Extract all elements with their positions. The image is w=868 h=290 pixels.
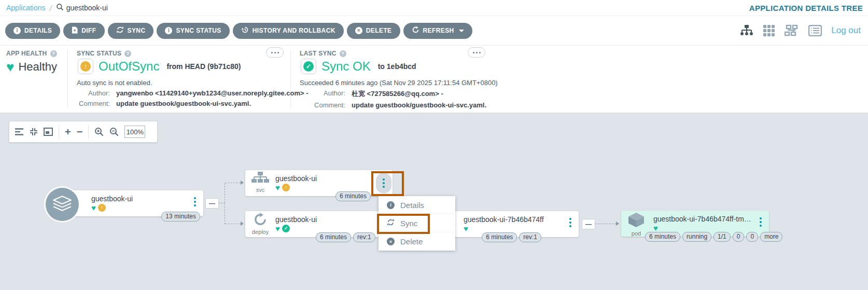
sync-status-text[interactable]: OutOfSync	[99, 59, 159, 74]
edge	[225, 183, 225, 224]
last-sync-text[interactable]: Sync OK	[321, 59, 371, 74]
service-icon	[251, 172, 269, 186]
deploy-kind: deploy	[245, 213, 275, 235]
healthy-heart-icon: ♥	[91, 204, 96, 212]
last-sync-value: ✓ Sync OK to 1eb4bcd	[301, 59, 416, 74]
node-title: guestbook-ui-7b46b474ff	[464, 215, 544, 224]
history-rollback-button[interactable]: HISTORY AND ROLLBACK	[233, 23, 344, 39]
help-icon[interactable]: ?	[124, 50, 131, 57]
healthy-heart-icon: ♥	[275, 225, 280, 232]
edge	[225, 224, 241, 224]
delete-button[interactable]: × DELETE	[347, 23, 400, 39]
collapse-toggle[interactable]: —	[582, 219, 595, 229]
pod-node-menu-button[interactable]	[760, 217, 762, 227]
details-button[interactable]: i DETAILS	[5, 23, 60, 39]
sync-comment: update guestbook/guestbook-ui-svc.yaml.	[116, 100, 308, 107]
last-sync-menu-button[interactable]	[468, 47, 485, 58]
deploy-node[interactable]: deploy guestbook-ui ♥ ✓ 6 minutes rev:1	[245, 211, 393, 237]
refresh-button[interactable]: REFRESH	[403, 23, 472, 39]
node-badges: 13 minutes	[161, 212, 200, 222]
node-status-icons: ♥	[464, 225, 468, 232]
divider	[67, 50, 68, 108]
svc-node-menu-button[interactable]	[376, 173, 391, 194]
last-sync-commit-meta: Author: 杜宽 <727585266@qq.com> - Comment:…	[300, 89, 486, 109]
sync-status-value: ↑ OutOfSync from HEAD (9b71c80)	[78, 59, 241, 74]
phase-badge: running	[682, 232, 711, 242]
app-health-value: ♥ Healthy	[6, 60, 57, 74]
sync-status-button[interactable]: i SYNC STATUS	[157, 23, 229, 39]
application-node[interactable]: guestbook-ui ♥ ↑ 13 minutes	[61, 190, 203, 216]
last-sync-label: LAST SYNC ?	[300, 50, 346, 57]
list-view-button[interactable]	[808, 25, 822, 36]
zoom-out-button[interactable]: −	[77, 127, 83, 137]
sync-status-label: SYNC STATUS ?	[77, 50, 131, 57]
help-icon[interactable]: ?	[50, 50, 57, 57]
node-badges: 6 minutes rev:1	[316, 232, 375, 242]
relayout-icon[interactable]	[15, 128, 24, 136]
svc-node[interactable]: svc guestbook-ui ♥ ↑ 6 minutes	[245, 170, 393, 196]
rev-badge: rev:1	[353, 232, 375, 242]
zoom-level-input[interactable]	[124, 126, 145, 138]
view-switcher: Log out	[740, 24, 861, 37]
status-panel: APP HEALTH ? ♥ Healthy SYNC STATUS ? ↑ O…	[0, 46, 868, 113]
sync-ok-icon: ✓	[301, 59, 316, 74]
age-badge: 6 minutes	[645, 232, 680, 242]
app-health-label: APP HEALTH ?	[6, 50, 57, 57]
node-title: guestbook-ui	[91, 195, 133, 203]
sync-icon	[116, 26, 124, 35]
sync-status-menu-button[interactable]	[266, 47, 284, 58]
help-icon[interactable]: ?	[340, 50, 346, 57]
collapse-toggle[interactable]: —	[205, 198, 219, 209]
rs-node-menu-button[interactable]	[569, 218, 571, 227]
node-status-icons: ♥ ✓	[275, 225, 290, 232]
healthy-heart-icon: ♥	[653, 224, 658, 232]
sync-author: yangwenbo <11429140+ywb1234@user.noreply…	[116, 89, 308, 97]
menu-item-delete[interactable]: × Delete	[379, 232, 455, 251]
auto-sync-note: Auto sync is not enabled.	[77, 79, 152, 87]
diff-file-icon	[72, 26, 78, 35]
compress-icon[interactable]	[30, 128, 38, 136]
node-badges: 6 minutes running 1/1 0 0 more	[645, 232, 782, 242]
last-sync-result: Succeeded 6 minutes ago (Sat Nov 29 2025…	[300, 79, 498, 87]
pod-node[interactable]: pod guestbook-ui-7b46b474ff-tm… ♥ 6 minu…	[621, 211, 769, 237]
node-status-icons: ♥ ↑	[91, 204, 106, 212]
resource-tree-canvas[interactable]: + − guestbook-ui ♥ ↑ 13 minutes —	[0, 113, 868, 290]
app-search[interactable]: guestbook-ui	[56, 3, 108, 12]
more-badge[interactable]: more	[760, 232, 782, 242]
breadcrumb: Applications / guestbook-ui	[6, 3, 108, 12]
pods-view-button[interactable]	[763, 24, 775, 37]
info-circle-icon: i	[165, 27, 172, 34]
chevron-down-icon	[459, 30, 464, 32]
menu-item-details[interactable]: i Details	[379, 196, 455, 214]
menu-item-sync[interactable]: Sync	[379, 214, 455, 232]
diff-button[interactable]: DIFF	[63, 23, 104, 39]
deployment-icon	[254, 213, 267, 228]
tree-view-button[interactable]	[740, 24, 753, 37]
magnifier-minus-icon[interactable]	[109, 127, 119, 136]
restarts-badge: 0	[733, 232, 745, 242]
fit-to-screen-icon[interactable]	[44, 128, 53, 136]
magnifier-plus-icon[interactable]	[94, 127, 104, 136]
search-icon	[56, 3, 64, 12]
out-of-sync-icon: ↑	[282, 184, 290, 191]
divider	[88, 125, 89, 139]
network-view-button[interactable]	[785, 24, 799, 37]
breadcrumb-applications-link[interactable]: Applications	[6, 4, 46, 12]
action-buttons: i DETAILS DIFF SYNC i SYNC STATUS HISTOR…	[5, 23, 472, 39]
divider	[59, 125, 59, 139]
app-node-menu-button[interactable]	[194, 197, 196, 206]
node-status-icons: ♥	[653, 224, 658, 232]
application-node-icon[interactable]	[46, 188, 79, 221]
sync-commit-meta: Author: yangwenbo <11429140+ywb1234@user…	[77, 89, 308, 107]
age-badge: 6 minutes	[335, 191, 371, 201]
edge-arrow	[616, 222, 619, 226]
layers-icon	[52, 195, 72, 214]
edge-arrow	[241, 222, 244, 226]
ready-badge: 1/1	[713, 232, 731, 242]
sync-icon	[387, 218, 395, 228]
sync-button[interactable]: SYNC	[108, 23, 154, 39]
logout-link[interactable]: Log out	[831, 25, 861, 36]
node-badges: 6 minutes rev:1	[482, 232, 541, 242]
zoom-in-button[interactable]: +	[65, 127, 71, 137]
resource-context-menu: i Details Sync × Delete	[379, 196, 455, 251]
